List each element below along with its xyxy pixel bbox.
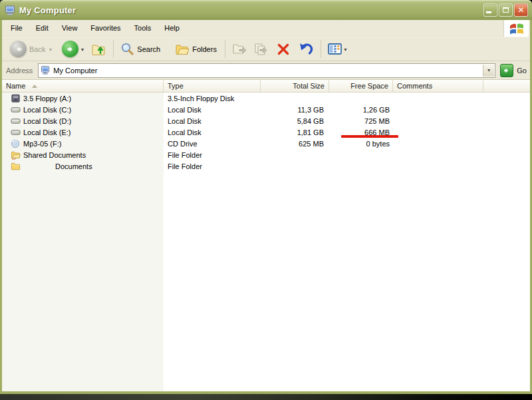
titlebar[interactable]: My Computer ✕ <box>0 0 532 20</box>
sort-ascending-icon <box>32 85 37 88</box>
hard-disk-icon <box>11 128 21 137</box>
toolbar-separator <box>321 40 321 58</box>
maximize-icon <box>503 7 509 13</box>
minimize-icon <box>486 11 491 13</box>
move-to-icon <box>232 42 247 56</box>
item-name: 3.5 Floppy (A:) <box>23 95 71 102</box>
move-to-button[interactable] <box>230 41 249 57</box>
item-total-size: 1,81 GB <box>261 128 329 136</box>
up-folder-icon <box>91 42 106 57</box>
search-button[interactable]: Search <box>118 41 164 57</box>
list-item-local-disk-e[interactable]: Local Disk (E:) Local Disk 1,81 GB 666 M… <box>2 126 530 138</box>
menu-favorites[interactable]: Favorites <box>85 22 126 34</box>
go-label: Go <box>517 67 527 75</box>
back-dropdown-icon[interactable]: ▼ <box>48 47 53 52</box>
hard-disk-icon <box>11 105 21 114</box>
views-icon <box>328 43 342 55</box>
list-item-floppy-a[interactable]: 3.5 Floppy (A:) 3.5-Inch Floppy Disk <box>2 93 530 104</box>
copy-to-button[interactable] <box>251 41 271 57</box>
item-name: Local Disk (C:) <box>23 106 71 114</box>
folders-icon <box>175 43 190 56</box>
column-headers: Name Type Total Size Free Space Comments <box>2 80 530 93</box>
floppy-drive-icon <box>11 94 21 103</box>
hard-disk-icon <box>11 116 21 126</box>
item-name: Local Disk (E:) <box>23 128 71 136</box>
item-type: Local Disk <box>164 117 261 125</box>
back-icon <box>10 41 27 57</box>
my-computer-icon <box>41 65 51 75</box>
addressbar: Address My Computer ▼ Go <box>2 61 530 80</box>
close-icon: ✕ <box>517 6 524 14</box>
up-button[interactable] <box>89 41 108 58</box>
shared-folder-icon <box>11 150 21 160</box>
item-type: File Folder <box>164 162 261 170</box>
menu-help[interactable]: Help <box>159 22 185 34</box>
item-total-size: 11,3 GB <box>261 106 329 114</box>
item-name: Shared Documents <box>23 151 86 159</box>
menubar: File Edit View Favorites Tools Help <box>2 20 530 37</box>
list-item-local-disk-c[interactable]: Local Disk (C:) Local Disk 11,3 GB 1,26 … <box>2 104 530 115</box>
views-button[interactable]: ▼ <box>326 42 351 56</box>
item-total-size: 625 MB <box>261 140 329 148</box>
item-type: Local Disk <box>164 106 261 114</box>
address-combobox[interactable]: My Computer ▼ <box>38 63 495 78</box>
back-label: Back <box>29 45 45 53</box>
search-label: Search <box>137 45 160 53</box>
item-name: Documents <box>55 162 92 170</box>
column-comments-label: Comments <box>397 82 432 90</box>
item-type: Local Disk <box>164 128 261 136</box>
item-free-space: 0 bytes <box>329 140 393 148</box>
menu-edit[interactable]: Edit <box>31 22 54 34</box>
folder-icon <box>11 162 21 171</box>
file-list-view: Name Type Total Size Free Space Comments <box>2 80 530 391</box>
column-header-name[interactable]: Name <box>2 80 164 92</box>
address-dropdown-button[interactable]: ▼ <box>483 65 494 77</box>
copy-to-icon <box>253 42 269 56</box>
maximize-button[interactable] <box>499 3 513 17</box>
menu-view[interactable]: View <box>57 22 83 34</box>
windows-logo-icon <box>509 22 524 35</box>
go-button[interactable]: Go <box>500 64 527 77</box>
explorer-window: My Computer ✕ File Edit View Favorites T… <box>0 0 532 394</box>
window-title: My Computer <box>19 5 483 15</box>
search-icon <box>120 42 134 56</box>
address-label: Address <box>6 67 33 75</box>
free-space-666mb-underline-annotation <box>341 135 398 138</box>
undo-button[interactable] <box>297 41 316 58</box>
delete-icon <box>277 43 290 56</box>
minimize-button[interactable] <box>483 3 497 17</box>
column-header-free-space[interactable]: Free Space <box>329 80 393 92</box>
back-button[interactable]: Back ▼ <box>8 39 56 59</box>
list-item-local-disk-d[interactable]: Local Disk (D:) Local Disk 5,84 GB 725 M… <box>2 115 530 126</box>
column-header-type[interactable]: Type <box>164 80 261 92</box>
menu-tools[interactable]: Tools <box>129 22 157 34</box>
list-item-shared-documents[interactable]: Shared Documents File Folder <box>2 149 530 160</box>
list-item-mp3-f[interactable]: Mp3-05 (F:) CD Drive 625 MB 0 bytes <box>2 138 530 149</box>
column-header-comments[interactable]: Comments <box>393 80 483 92</box>
item-free-space: 1,26 GB <box>329 106 393 114</box>
folders-button[interactable]: Folders <box>173 41 220 57</box>
list-body: 3.5 Floppy (A:) 3.5-Inch Floppy Disk <box>2 93 530 391</box>
column-name-label: Name <box>6 82 25 90</box>
item-free-space: 725 MB <box>329 117 393 125</box>
folders-label: Folders <box>192 45 217 53</box>
delete-button[interactable] <box>275 41 292 57</box>
column-header-filler <box>483 80 530 92</box>
column-total-size-label: Total Size <box>293 82 325 90</box>
menu-file[interactable]: File <box>5 22 28 34</box>
views-dropdown-icon[interactable]: ▼ <box>343 47 348 52</box>
close-button[interactable]: ✕ <box>514 3 528 17</box>
item-name: Local Disk (D:) <box>23 117 71 125</box>
forward-dropdown-icon[interactable]: ▼ <box>80 47 84 52</box>
item-total-size: 5,84 GB <box>261 117 329 125</box>
column-free-space-label: Free Space <box>350 82 388 90</box>
item-type: File Folder <box>164 151 261 159</box>
list-item-documents[interactable]: Documents File Folder <box>2 160 530 172</box>
column-header-total-size[interactable]: Total Size <box>261 80 329 92</box>
forward-icon <box>62 41 78 57</box>
column-type-label: Type <box>168 82 184 90</box>
windows-logo-box <box>503 20 529 37</box>
toolbar-separator <box>113 40 114 58</box>
forward-button[interactable]: ▼ <box>60 39 88 59</box>
desktop-background-strip <box>0 394 532 400</box>
